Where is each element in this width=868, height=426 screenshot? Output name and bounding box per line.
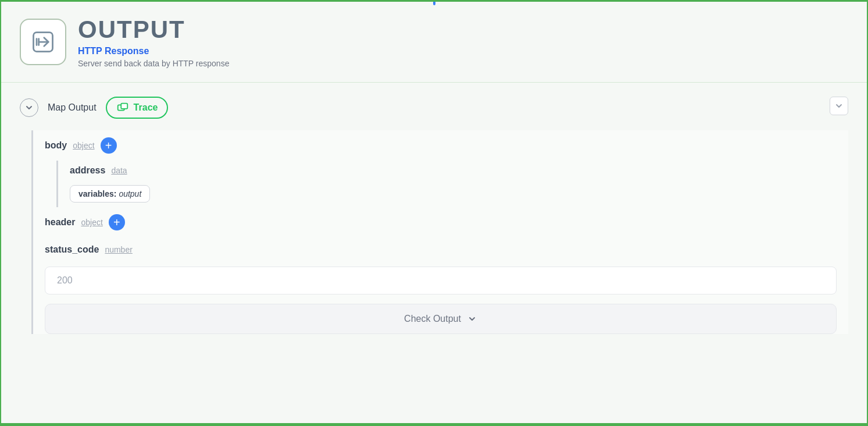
body-field-name: body xyxy=(45,140,67,151)
address-field-type[interactable]: data xyxy=(111,166,127,175)
body-add-field-button[interactable]: + xyxy=(101,137,117,154)
trace-button[interactable]: Trace xyxy=(106,97,169,119)
http-response-label: HTTP Response xyxy=(78,46,229,56)
header-add-field-button[interactable]: + xyxy=(109,214,125,230)
chevron-down-icon-tr xyxy=(834,101,844,111)
status-code-field-row: status_code number xyxy=(33,237,848,262)
output-icon-box xyxy=(20,19,66,65)
check-output-button[interactable]: Check Output xyxy=(45,304,837,334)
chevron-down-icon-check xyxy=(467,314,477,324)
check-output-label: Check Output xyxy=(404,314,461,324)
trace-label: Trace xyxy=(134,102,158,113)
main-content: Map Output Trace body object + xyxy=(1,83,867,423)
variables-label: variables: xyxy=(78,189,116,198)
map-output-label: Map Output xyxy=(48,102,97,113)
status-code-field-name: status_code xyxy=(45,244,99,255)
body-field-type[interactable]: object xyxy=(73,141,94,150)
header-field-row: header object + xyxy=(33,207,848,237)
bottom-bar xyxy=(1,423,867,425)
variables-value: output xyxy=(119,189,141,198)
chevron-down-icon xyxy=(24,103,34,112)
svg-rect-5 xyxy=(121,104,127,109)
header-field-type[interactable]: object xyxy=(81,218,102,227)
page-wrapper: OUTPUT HTTP Response Server send back da… xyxy=(0,0,868,426)
http-response-subtitle: Server send back data by HTTP response xyxy=(78,59,229,68)
variables-box: variables: output xyxy=(70,185,150,203)
output-arrow-icon xyxy=(30,29,56,55)
trace-icon xyxy=(116,101,129,114)
collapse-button[interactable] xyxy=(20,98,38,117)
body-nested-fields: address data variables: output xyxy=(56,161,848,207)
output-title: OUTPUT xyxy=(78,16,229,44)
status-code-field-type[interactable]: number xyxy=(105,245,132,254)
body-field-row: body object + xyxy=(33,130,848,161)
address-field-row: address data xyxy=(58,161,848,180)
top-indicator xyxy=(433,2,435,5)
header-text-group: OUTPUT HTTP Response Server send back da… xyxy=(78,16,229,68)
status-code-value[interactable]: 200 xyxy=(45,267,837,294)
header-field-name: header xyxy=(45,217,75,228)
expand-button[interactable] xyxy=(830,97,848,115)
header-section: OUTPUT HTTP Response Server send back da… xyxy=(1,2,867,83)
address-field-name: address xyxy=(70,165,105,176)
fields-panel: body object + address data variables: ou… xyxy=(31,130,848,334)
map-output-row: Map Output Trace xyxy=(20,97,848,119)
